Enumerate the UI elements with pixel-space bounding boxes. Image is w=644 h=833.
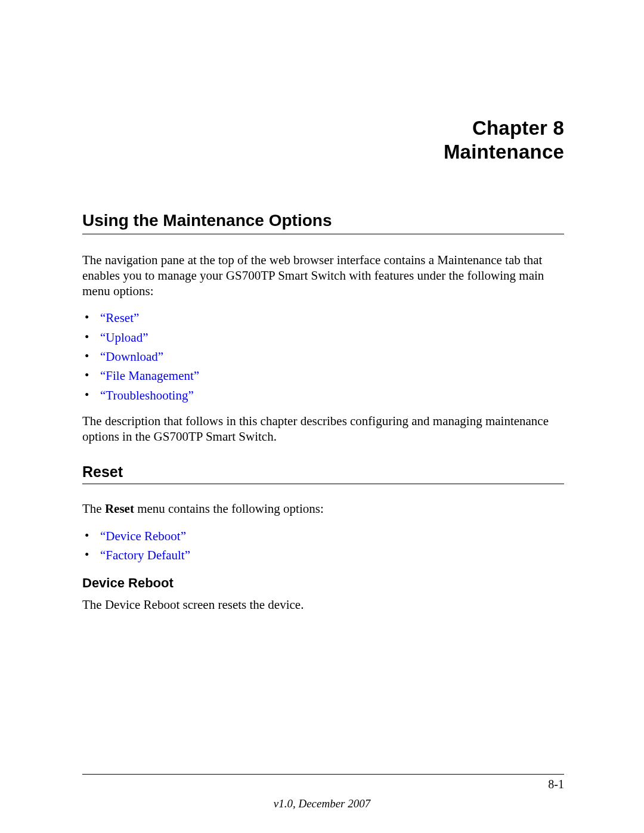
main-options-list: “Reset” “Upload” “Download” “File Manage… — [82, 308, 564, 405]
list-item: “Download” — [82, 347, 564, 366]
link-device-reboot[interactable]: “Device Reboot” — [100, 529, 186, 543]
page-number: 8-1 — [548, 778, 564, 791]
reset-options-list: “Device Reboot” “Factory Default” — [82, 527, 564, 565]
chapter-heading: Chapter 8 Maintenance — [82, 116, 564, 165]
reset-intro-pre: The — [82, 501, 105, 516]
list-item: “File Management” — [82, 366, 564, 385]
list-item: “Reset” — [82, 308, 564, 327]
link-reset[interactable]: “Reset” — [100, 311, 139, 325]
link-download[interactable]: “Download” — [100, 349, 163, 364]
footer-version: v1.0, December 2007 — [0, 797, 644, 810]
reset-intro-bold: Reset — [105, 501, 134, 516]
document-page: Chapter 8 Maintenance Using the Maintena… — [0, 0, 644, 833]
link-file-management[interactable]: “File Management” — [100, 368, 199, 383]
list-item: “Troubleshooting” — [82, 386, 564, 405]
link-troubleshooting[interactable]: “Troubleshooting” — [100, 388, 194, 402]
list-item: “Device Reboot” — [82, 527, 564, 546]
list-item: “Factory Default” — [82, 546, 564, 565]
intro-paragraph: The navigation pane at the top of the we… — [82, 252, 564, 299]
link-factory-default[interactable]: “Factory Default” — [100, 548, 190, 562]
subsection-heading-device-reboot: Device Reboot — [82, 575, 564, 591]
footer-rule — [82, 774, 564, 775]
device-reboot-paragraph: The Device Reboot screen resets the devi… — [82, 597, 564, 612]
followup-paragraph: The description that follows in this cha… — [82, 413, 564, 445]
reset-intro-paragraph: The Reset menu contains the following op… — [82, 501, 564, 516]
section-heading-using-maintenance: Using the Maintenance Options — [82, 211, 564, 234]
section-heading-reset: Reset — [82, 463, 564, 484]
reset-intro-post: menu contains the following options: — [134, 501, 324, 516]
list-item: “Upload” — [82, 328, 564, 347]
chapter-number: Chapter 8 — [82, 116, 564, 140]
link-upload[interactable]: “Upload” — [100, 330, 148, 345]
chapter-title: Maintenance — [82, 140, 564, 164]
